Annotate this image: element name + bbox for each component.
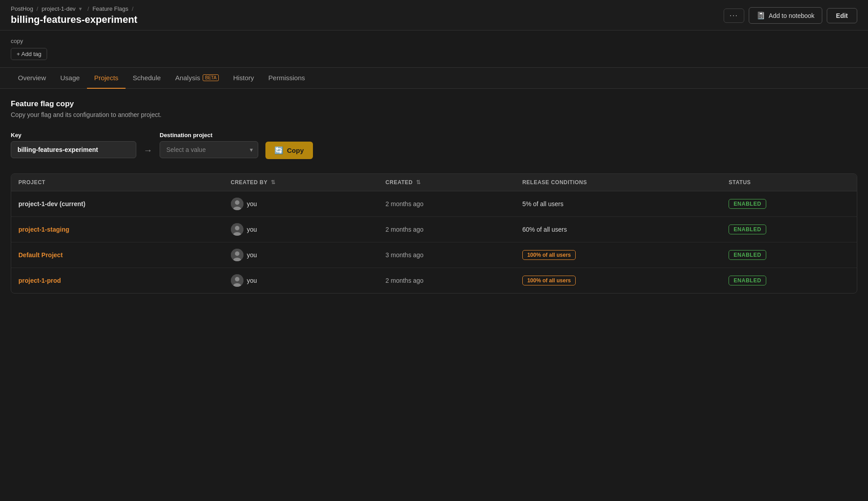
add-to-notebook-button[interactable]: 📓 Add to notebook <box>749 7 822 24</box>
cell-project-2[interactable]: Default Project <box>11 242 224 268</box>
col-release-conditions: RELEASE CONDITIONS <box>515 174 721 191</box>
destination-select-wrapper: Select a value project-1-dev project-1-s… <box>160 141 258 158</box>
breadcrumb-project[interactable]: project-1-dev <box>42 5 76 12</box>
breadcrumb-sep-2: / <box>87 5 89 12</box>
main-content: Feature flag copy Copy your flag and its… <box>0 89 868 304</box>
status-badge: ENABLED <box>729 225 766 234</box>
cell-project-1[interactable]: project-1-staging <box>11 217 224 242</box>
arrow-icon: → <box>143 145 152 155</box>
avatar <box>231 223 243 236</box>
table-row: project-1-dev (current) you 2 months ago… <box>11 191 857 217</box>
avatar-svg <box>231 274 243 287</box>
cell-created-by-0: you <box>224 191 378 217</box>
section-title: Feature flag copy <box>11 99 857 108</box>
projects-table: PROJECT CREATED BY ⇅ CREATED ⇅ RELEASE C… <box>11 173 857 294</box>
created-by-name: you <box>247 226 257 233</box>
key-label: Key <box>11 132 136 138</box>
beta-badge: BETA <box>203 74 218 81</box>
avatar-svg <box>231 198 243 210</box>
cell-status-1: ENABLED <box>721 217 857 242</box>
cell-status-3: ENABLED <box>721 268 857 294</box>
table-body: project-1-dev (current) you 2 months ago… <box>11 191 857 294</box>
breadcrumb-feature-flags[interactable]: Feature Flags <box>92 5 128 12</box>
cell-project-0: project-1-dev (current) <box>11 191 224 217</box>
avatar-svg <box>231 249 243 261</box>
copy-form: Key → Destination project Select a value… <box>11 131 857 159</box>
breadcrumb-sep-1: / <box>37 5 39 12</box>
condition-badge: 100% of all users <box>522 276 576 285</box>
cell-project-3[interactable]: project-1-prod <box>11 268 224 294</box>
more-button[interactable]: ··· <box>724 9 744 23</box>
analysis-text: Analysis <box>175 74 200 82</box>
condition-badge: 100% of all users <box>522 250 576 260</box>
breadcrumb-sep-3: / <box>132 5 134 12</box>
key-input[interactable] <box>11 141 136 158</box>
copy-sync-icon: 🔄 <box>274 146 283 155</box>
destination-label: Destination project <box>160 132 258 138</box>
copy-label: Copy <box>287 147 304 154</box>
tab-analysis-label: Analysis BETA <box>175 74 219 82</box>
avatar-svg <box>231 223 243 236</box>
cell-created-2: 3 months ago <box>378 242 515 268</box>
section-description: Copy your flag and its configuration to … <box>11 111 857 118</box>
header-right: ··· 📓 Add to notebook Edit <box>724 7 857 24</box>
avatar-cell: you <box>231 274 371 287</box>
table-header: PROJECT CREATED BY ⇅ CREATED ⇅ RELEASE C… <box>11 174 857 191</box>
table-row: project-1-staging you 2 months ago60% of… <box>11 217 857 242</box>
tab-projects[interactable]: Projects <box>87 68 126 89</box>
avatar <box>231 198 243 210</box>
tab-schedule[interactable]: Schedule <box>126 68 168 89</box>
created-by-name: you <box>247 200 257 207</box>
tab-history[interactable]: History <box>226 68 261 89</box>
cell-status-2: ENABLED <box>721 242 857 268</box>
cell-created-0: 2 months ago <box>378 191 515 217</box>
avatar <box>231 249 243 261</box>
tab-analysis[interactable]: Analysis BETA <box>168 68 226 89</box>
table-row: project-1-prod you 2 months ago100% of a… <box>11 268 857 294</box>
col-created-by: CREATED BY ⇅ <box>224 174 378 191</box>
avatar <box>231 274 243 287</box>
table-header-row: PROJECT CREATED BY ⇅ CREATED ⇅ RELEASE C… <box>11 174 857 191</box>
tab-usage[interactable]: Usage <box>53 68 87 89</box>
created-by-name: you <box>247 277 257 284</box>
avatar-cell: you <box>231 198 371 210</box>
col-project: PROJECT <box>11 174 224 191</box>
cell-created-by-3: you <box>224 268 378 294</box>
avatar-cell: you <box>231 223 371 236</box>
breadcrumb: PostHog / project-1-dev ▾ / Feature Flag… <box>11 5 137 12</box>
destination-select[interactable]: Select a value project-1-dev project-1-s… <box>160 141 258 158</box>
cell-release-conditions-3: 100% of all users <box>515 268 721 294</box>
sort-icon-created[interactable]: ⇅ <box>416 179 421 186</box>
created-by-name: you <box>247 251 257 259</box>
copy-button[interactable]: 🔄 Copy <box>265 142 313 159</box>
tab-permissions[interactable]: Permissions <box>261 68 312 89</box>
cell-created-3: 2 months ago <box>378 268 515 294</box>
cell-status-0: ENABLED <box>721 191 857 217</box>
col-created: CREATED ⇅ <box>378 174 515 191</box>
cell-created-1: 2 months ago <box>378 217 515 242</box>
cell-created-by-1: you <box>224 217 378 242</box>
breadcrumb-chevron: ▾ <box>79 5 82 12</box>
tabs-bar: Overview Usage Projects Schedule Analysi… <box>0 68 868 89</box>
tag-label: copy <box>11 38 857 44</box>
header-left: PostHog / project-1-dev ▾ / Feature Flag… <box>11 5 137 26</box>
breadcrumb-posthog[interactable]: PostHog <box>11 5 33 12</box>
table-row: Default Project you 3 months ago100% of … <box>11 242 857 268</box>
cell-release-conditions-2: 100% of all users <box>515 242 721 268</box>
svg-point-1 <box>235 200 239 205</box>
svg-point-10 <box>235 277 239 281</box>
cell-created-by-2: you <box>224 242 378 268</box>
status-badge: ENABLED <box>729 276 766 285</box>
col-status: STATUS <box>721 174 857 191</box>
notebook-icon: 📓 <box>756 11 765 20</box>
header: PostHog / project-1-dev ▾ / Feature Flag… <box>0 0 868 30</box>
tag-area: copy + Add tag <box>0 30 868 68</box>
table: PROJECT CREATED BY ⇅ CREATED ⇅ RELEASE C… <box>11 174 857 293</box>
edit-button[interactable]: Edit <box>827 8 857 23</box>
add-tag-button[interactable]: + Add tag <box>11 48 47 60</box>
status-badge: ENABLED <box>729 250 766 260</box>
tab-overview[interactable]: Overview <box>11 68 53 89</box>
destination-group: Destination project Select a value proje… <box>160 132 258 158</box>
sort-icon-created-by[interactable]: ⇅ <box>271 179 276 186</box>
key-group: Key <box>11 132 136 158</box>
